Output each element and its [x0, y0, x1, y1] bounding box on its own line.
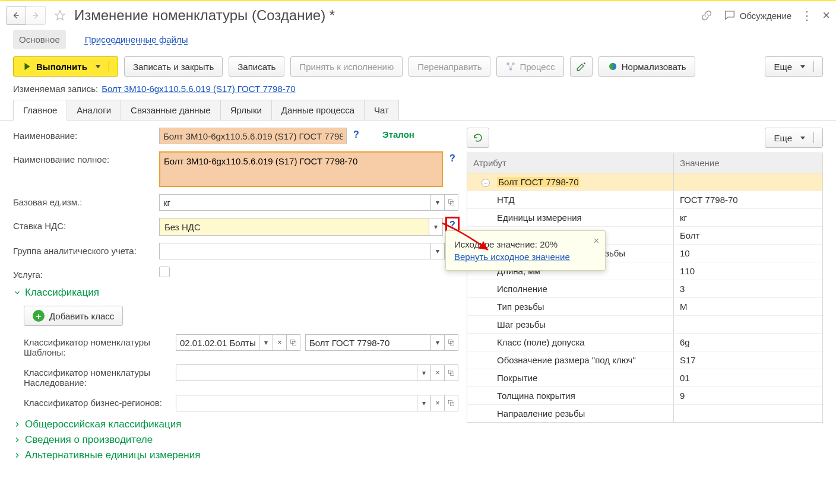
ct1-open[interactable]: [286, 334, 300, 351]
tabs: Главное Аналоги Связанные данные Ярлыки …: [0, 100, 836, 121]
attributes-table: Атрибут Значение − Болт ГОСТ 7798-70 НТД…: [467, 153, 823, 423]
subnav-main[interactable]: Основное: [13, 30, 66, 49]
favorite-star-icon[interactable]: [53, 8, 67, 23]
full-name-help-icon[interactable]: ?: [446, 151, 458, 164]
attr-row[interactable]: Обозначение размера "под ключ"S17: [467, 351, 822, 369]
attr-row[interactable]: Направление резьбы: [467, 405, 822, 422]
ci-dropdown[interactable]: ▾: [417, 364, 431, 381]
col-value: Значение: [674, 153, 822, 173]
more-button[interactable]: Еще: [765, 56, 823, 77]
attr-row[interactable]: Шаг резьбы: [467, 316, 822, 334]
cr-dropdown[interactable]: ▾: [417, 395, 431, 411]
tooltip-restore-link[interactable]: Вернуть исходное значение: [454, 252, 584, 262]
tooltip-close-icon[interactable]: ×: [594, 236, 599, 246]
ct2-open[interactable]: [444, 334, 458, 351]
attr-value: М: [674, 298, 822, 315]
analytic-input[interactable]: [159, 243, 431, 259]
attributes-more-button[interactable]: Еще: [765, 128, 823, 148]
kebab-menu-icon[interactable]: ⋮: [801, 9, 813, 21]
attr-row[interactable]: Покрытие01: [467, 369, 822, 387]
attr-value: [674, 316, 822, 333]
attr-row[interactable]: Класс (поле) допуска6g: [467, 334, 822, 351]
service-checkbox[interactable]: [159, 267, 170, 277]
section-classification[interactable]: Классификация: [13, 287, 458, 299]
save-close-button[interactable]: Записать и закрыть: [124, 56, 223, 77]
section-russia-class[interactable]: Общероссийская классификация: [13, 419, 458, 430]
attr-row[interactable]: Исполнение3: [467, 280, 822, 298]
base-unit-label: Базовая ед.изм.:: [13, 194, 152, 207]
ci-open[interactable]: [444, 364, 458, 381]
section-russia-label: Общероссийская классификация: [25, 419, 182, 430]
chevron-right-icon: [13, 451, 21, 459]
discussion-button[interactable]: Обсуждение: [723, 9, 791, 22]
analytic-dropdown[interactable]: ▾: [430, 243, 445, 259]
ct1-clear[interactable]: ×: [273, 334, 287, 351]
collapse-icon[interactable]: −: [482, 179, 490, 187]
redirect-button: Перенаправить: [408, 56, 490, 77]
base-unit-open[interactable]: [444, 194, 458, 211]
attr-value: 9: [674, 387, 822, 404]
ci-clear[interactable]: ×: [430, 364, 445, 381]
classifier-regions-label: Классификатор бизнес-регионов:: [24, 395, 170, 408]
classifier-templates-value-1: 02.01.02.01 Болты: [180, 338, 256, 348]
normalize-button[interactable]: Нормализовать: [598, 56, 695, 77]
subnav: Основное Присоединенные файлы: [0, 30, 836, 52]
tab-main[interactable]: Главное: [13, 100, 67, 120]
close-button[interactable]: ×: [822, 9, 830, 22]
attr-row[interactable]: Тип резьбыМ: [467, 298, 822, 316]
classifier-templates-input-2[interactable]: Болт ГОСТ 7798-70: [305, 334, 431, 351]
classifier-templates-input-1[interactable]: 02.01.02.01 Болты: [176, 334, 259, 351]
execute-label: Выполнить: [36, 62, 87, 72]
add-class-button[interactable]: + Добавить класс: [24, 306, 123, 326]
save-button[interactable]: Записать: [229, 56, 284, 77]
cr-open[interactable]: [444, 395, 458, 411]
tab-process[interactable]: Данные процесса: [271, 100, 365, 120]
ct2-dropdown[interactable]: ▾: [430, 334, 445, 351]
base-unit-value: кг: [163, 198, 170, 208]
link-icon[interactable]: [699, 8, 714, 23]
tab-chat[interactable]: Чат: [364, 100, 399, 120]
tab-labels[interactable]: Ярлыки: [220, 100, 272, 120]
forward-button[interactable]: [26, 6, 46, 25]
vat-input[interactable]: Без НДС: [159, 218, 429, 236]
classifier-regions-input[interactable]: [176, 395, 417, 411]
section-manufacturer[interactable]: Сведения о производителе: [13, 434, 458, 446]
full-name-label: Наименование полное:: [13, 151, 152, 164]
base-unit-input[interactable]: кг: [159, 194, 431, 211]
tooltip-original-value: Исходное значение: 20%: [454, 239, 584, 249]
discussion-label: Обсуждение: [740, 11, 791, 21]
cr-clear[interactable]: ×: [430, 395, 445, 411]
section-alt-units-label: Альтернативные единицы измерения: [25, 449, 200, 461]
attr-row[interactable]: Толщина покрытия9: [467, 387, 822, 405]
record-link[interactable]: Болт 3М10-6gx110.5.6.019 (S17) ГОСТ 7798…: [102, 84, 295, 94]
ct1-dropdown[interactable]: ▾: [259, 334, 273, 351]
subnav-attached-files[interactable]: Присоединенные файлы: [79, 30, 194, 49]
attr-row[interactable]: Единицы измерениякг: [467, 209, 822, 227]
name-input[interactable]: Болт 3М10-6gx110.5.6.019 (S17) ГОСТ 7798…: [159, 128, 347, 144]
attributes-more-label: Еще: [774, 133, 792, 143]
normalize-label: Нормализовать: [622, 62, 686, 72]
service-label: Услуга:: [13, 267, 152, 280]
attr-name: Направление резьбы: [467, 405, 674, 422]
attributes-pane: Еще Атрибут Значение − Болт ГОСТ 7798-70…: [467, 128, 823, 423]
attr-group-row[interactable]: − Болт ГОСТ 7798-70: [467, 173, 822, 191]
tab-analogs[interactable]: Аналоги: [66, 100, 121, 120]
vat-dropdown[interactable]: ▾: [429, 218, 443, 236]
name-help-icon[interactable]: ?: [350, 128, 362, 140]
base-unit-dropdown[interactable]: ▾: [430, 194, 445, 211]
execute-button[interactable]: Выполнить: [13, 56, 118, 77]
refresh-button[interactable]: [467, 128, 489, 148]
attr-value: ГОСТ 7798-70: [674, 191, 822, 208]
chevron-right-icon: [13, 436, 21, 444]
section-alt-units[interactable]: Альтернативные единицы измерения: [13, 449, 458, 461]
back-button[interactable]: [6, 6, 26, 25]
svg-point-2: [509, 68, 512, 71]
tab-linked[interactable]: Связанные данные: [121, 100, 221, 120]
edit-note-button[interactable]: [570, 56, 593, 77]
attr-name: Класс (поле) допуска: [467, 334, 674, 351]
attr-row[interactable]: НТДГОСТ 7798-70: [467, 191, 822, 209]
record-row: Изменяемая запись: Болт 3М10-6gx110.5.6.…: [0, 81, 836, 100]
full-name-textarea[interactable]: [159, 151, 443, 187]
classifier-inherit-input[interactable]: [176, 364, 417, 381]
attr-name: Единицы измерения: [467, 209, 674, 226]
